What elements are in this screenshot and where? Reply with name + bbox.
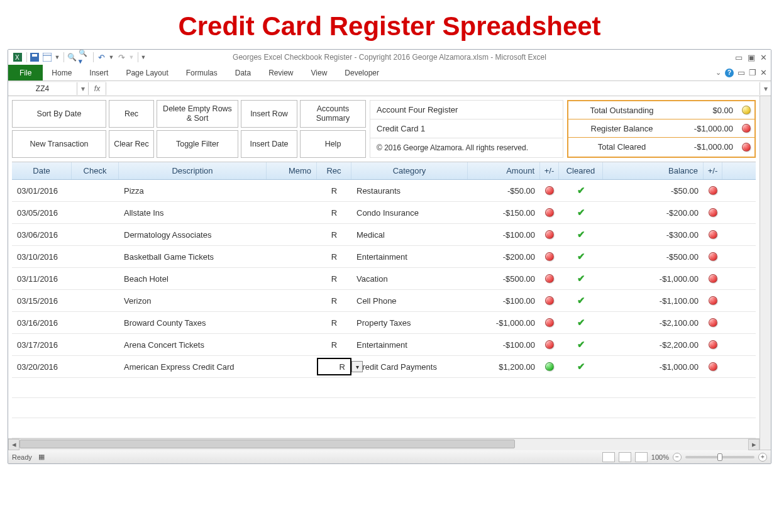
new-transaction-button[interactable]: New Transaction [12, 130, 106, 158]
tab-developer[interactable]: Developer [336, 65, 388, 80]
cell-amount[interactable]: -$50.00 [468, 180, 540, 201]
cell-memo[interactable] [267, 202, 317, 223]
header-plusminus[interactable]: +/- [540, 162, 559, 179]
maximize-icon[interactable]: ▣ [748, 53, 755, 62]
cell-balance[interactable]: -$300.00 [603, 224, 704, 245]
cell-memo[interactable] [267, 356, 317, 377]
cell-category[interactable]: Entertainment [351, 246, 468, 267]
undo-icon[interactable]: ↶ [96, 52, 107, 63]
cell-category[interactable]: Vacation [351, 268, 468, 289]
cell-category[interactable]: Cell Phone [351, 290, 468, 311]
scroll-right-icon[interactable]: ▸ [748, 439, 760, 450]
cell-check[interactable] [72, 356, 119, 377]
table-row[interactable]: 03/05/2016Allstate InsRCondo Insurance-$… [12, 202, 756, 224]
window-minimize-icon[interactable]: ▭ [738, 68, 745, 77]
horizontal-scrollbar[interactable]: ◂ ▸ [8, 438, 760, 450]
cell-description[interactable]: American Express Credit Card [119, 356, 267, 377]
cell-check[interactable] [72, 334, 119, 355]
cell-rec[interactable]: R [317, 202, 351, 223]
header-balance[interactable]: Balance [603, 162, 704, 179]
cell-memo[interactable] [267, 246, 317, 267]
cell-balance[interactable]: -$2,200.00 [603, 334, 704, 355]
header-memo[interactable]: Memo [267, 162, 317, 179]
customize-qat-icon[interactable]: ▼ [140, 52, 146, 63]
cell-balance[interactable]: -$2,100.00 [603, 312, 704, 333]
header-plusminus2[interactable]: +/- [704, 162, 722, 179]
cell-cleared[interactable]: ✔ [559, 334, 603, 355]
tab-view[interactable]: View [302, 65, 336, 80]
normal-view-icon[interactable] [602, 452, 615, 462]
cell-category[interactable]: Property Taxes [351, 312, 468, 333]
redo-icon[interactable]: ↷ [116, 52, 127, 63]
cell-category[interactable]: Credit Card Payments [351, 356, 468, 377]
cell-balance[interactable]: -$1,000.00 [603, 268, 704, 289]
name-box-dropdown-icon[interactable]: ▾ [77, 82, 89, 95]
scroll-thumb[interactable] [19, 440, 515, 448]
cell-category[interactable]: Medical [351, 224, 468, 245]
table-row[interactable]: 03/01/2016PizzaRRestaurants-$50.00✔-$50.… [12, 180, 756, 202]
cell-description[interactable]: Allstate Ins [119, 202, 267, 223]
minimize-icon[interactable]: ▭ [735, 53, 743, 62]
cell-balance[interactable]: -$1,000.00 [603, 356, 704, 377]
cell-amount[interactable]: -$150.00 [468, 202, 540, 223]
formula-input[interactable] [106, 81, 760, 96]
page-break-view-icon[interactable] [635, 452, 648, 462]
cell-balance[interactable]: -$500.00 [603, 246, 704, 267]
cell-description[interactable]: Pizza [119, 180, 267, 201]
cell-balance[interactable]: -$50.00 [603, 180, 704, 201]
help-icon[interactable]: ? [725, 69, 734, 77]
tab-home[interactable]: Home [43, 65, 80, 80]
header-description[interactable]: Description [119, 162, 267, 179]
cell-check[interactable] [72, 268, 119, 289]
tab-page-layout[interactable]: Page Layout [117, 65, 177, 80]
cell-category[interactable]: Condo Insurance [351, 202, 468, 223]
save-icon[interactable] [29, 52, 40, 63]
window-restore-icon[interactable]: ❐ [749, 68, 756, 77]
close-icon[interactable]: ✕ [760, 53, 767, 62]
empty-row[interactable] [12, 378, 756, 398]
header-category[interactable]: Category [351, 162, 468, 179]
cell-cleared[interactable]: ✔ [559, 312, 603, 333]
cell-cleared[interactable]: ✔ [559, 356, 603, 377]
cell-date[interactable]: 03/15/2016 [12, 290, 72, 311]
cell-date[interactable]: 03/17/2016 [12, 334, 72, 355]
cell-rec[interactable]: R [317, 268, 351, 289]
ribbon-collapse-icon[interactable]: ⌄ [715, 69, 721, 77]
cell-date[interactable]: 03/10/2016 [12, 246, 72, 267]
cell-check[interactable] [72, 246, 119, 267]
cell-memo[interactable] [267, 224, 317, 245]
tab-data[interactable]: Data [226, 65, 260, 80]
table-row[interactable]: 03/16/2016Broward County TaxesRProperty … [12, 312, 756, 334]
cell-description[interactable]: Verizon [119, 290, 267, 311]
table-row[interactable]: 03/10/2016Basketball Game TicketsREntert… [12, 246, 756, 268]
table-row[interactable]: 03/15/2016VerizonRCell Phone-$100.00✔-$1… [12, 290, 756, 312]
zoom-level[interactable]: 100% [651, 453, 669, 461]
cell-date[interactable]: 03/05/2016 [12, 202, 72, 223]
table-row[interactable]: 03/11/2016Beach HotelRVacation-$500.00✔-… [12, 268, 756, 290]
excel-icon[interactable]: X [12, 52, 23, 63]
dropdown-arrow-icon[interactable]: ▾ [351, 361, 363, 372]
find-icon[interactable]: 🔍 [66, 52, 77, 63]
cell-check[interactable] [72, 180, 119, 201]
tab-formulas[interactable]: Formulas [177, 65, 226, 80]
cell-rec[interactable]: R [317, 312, 351, 333]
qat-dropdown-icon[interactable]: ▼ [54, 52, 60, 63]
cell-amount[interactable]: -$100.00 [468, 334, 540, 355]
table-row[interactable]: 03/06/2016Dermatology AssociatesRMedical… [12, 224, 756, 246]
cell-cleared[interactable]: ✔ [559, 268, 603, 289]
cell-rec[interactable]: R [317, 334, 351, 355]
cell-rec[interactable]: R [317, 290, 351, 311]
cell-amount[interactable]: -$200.00 [468, 246, 540, 267]
cell-rec[interactable]: R [317, 246, 351, 267]
cell-memo[interactable] [267, 268, 317, 289]
cell-cleared[interactable]: ✔ [559, 246, 603, 267]
cell-date[interactable]: 03/01/2016 [12, 180, 72, 201]
cell-date[interactable]: 03/20/2016 [12, 356, 72, 377]
cell-description[interactable]: Basketball Game Tickets [119, 246, 267, 267]
sort-by-date-button[interactable]: Sort By Date [12, 100, 106, 128]
cell-description[interactable]: Broward County Taxes [119, 312, 267, 333]
cell-amount[interactable]: $1,200.00 [468, 356, 540, 377]
cell-amount[interactable]: -$100.00 [468, 290, 540, 311]
find-replace-icon[interactable]: 🔍▾ [79, 52, 90, 63]
cell-balance[interactable]: -$200.00 [603, 202, 704, 223]
